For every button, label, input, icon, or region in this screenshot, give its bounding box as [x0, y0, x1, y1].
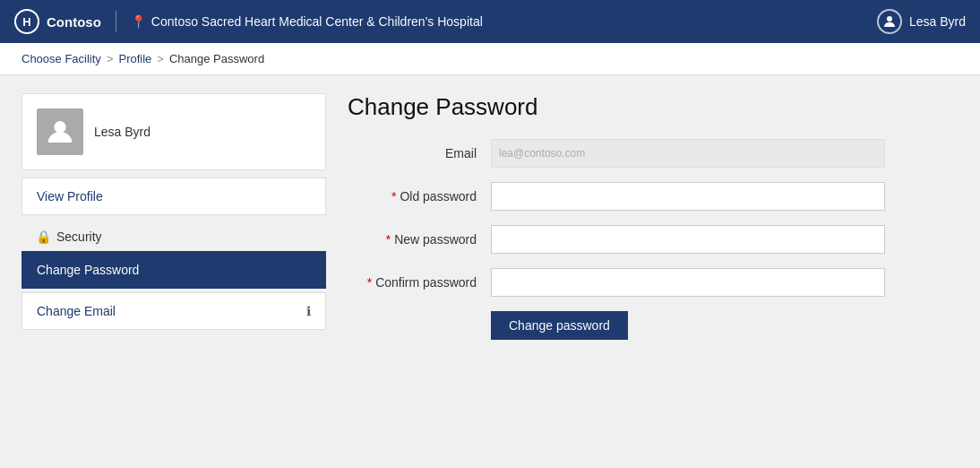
new-password-field[interactable] [491, 225, 885, 254]
change-password-button[interactable]: Change password [491, 311, 628, 340]
page-content: Change Password Email Old password New p… [348, 93, 959, 449]
svg-point-1 [54, 121, 65, 133]
info-icon[interactable]: ℹ [306, 304, 311, 318]
facility-name: 📍 Contoso Sacred Heart Medical Center & … [131, 14, 483, 29]
submit-row: Change password [348, 311, 885, 340]
app-header: H Contoso 📍 Contoso Sacred Heart Medical… [0, 0, 980, 43]
old-password-row: Old password [348, 182, 885, 211]
profile-card: Lesa Byrd [21, 93, 326, 170]
sidebar: Lesa Byrd View Profile 🔒 Security Change… [21, 93, 326, 449]
user-name: Lesa Byrd [909, 14, 966, 29]
sidebar-item-view-profile[interactable]: View Profile [21, 178, 326, 215]
app-name: Contoso [47, 14, 101, 30]
breadcrumb-sep-1: > [107, 52, 114, 65]
confirm-password-label: Confirm password [348, 275, 491, 290]
profile-name: Lesa Byrd [94, 125, 150, 139]
user-avatar [877, 9, 902, 34]
sidebar-item-change-email[interactable]: Change Email ℹ [21, 292, 326, 330]
sidebar-security-section: 🔒 Security [21, 219, 326, 251]
location-icon: 📍 [131, 14, 146, 29]
confirm-password-field[interactable] [491, 268, 885, 297]
lock-icon: 🔒 [36, 230, 51, 244]
breadcrumb-choose-facility[interactable]: Choose Facility [21, 52, 101, 65]
header-divider [116, 11, 116, 32]
page-title: Change Password [348, 93, 959, 121]
new-password-row: New password [348, 225, 885, 254]
sidebar-item-change-password[interactable]: Change Password [21, 251, 326, 289]
new-password-label: New password [348, 232, 491, 247]
email-label: Email [348, 146, 491, 160]
user-menu[interactable]: Lesa Byrd [877, 9, 966, 34]
app-logo: H [14, 9, 39, 34]
email-field [491, 139, 885, 168]
change-password-form: Email Old password New password Confirm … [348, 139, 885, 340]
old-password-field[interactable] [491, 182, 885, 211]
svg-point-0 [887, 16, 892, 22]
avatar [37, 108, 83, 155]
email-row: Email [348, 139, 885, 168]
old-password-label: Old password [348, 189, 491, 204]
breadcrumb-profile[interactable]: Profile [118, 52, 151, 65]
confirm-password-row: Confirm password [348, 268, 885, 297]
breadcrumb-sep-2: > [157, 52, 164, 65]
breadcrumb-current: Change Password [169, 52, 264, 65]
breadcrumb: Choose Facility > Profile > Change Passw… [0, 43, 980, 75]
main-content: Lesa Byrd View Profile 🔒 Security Change… [0, 75, 980, 467]
